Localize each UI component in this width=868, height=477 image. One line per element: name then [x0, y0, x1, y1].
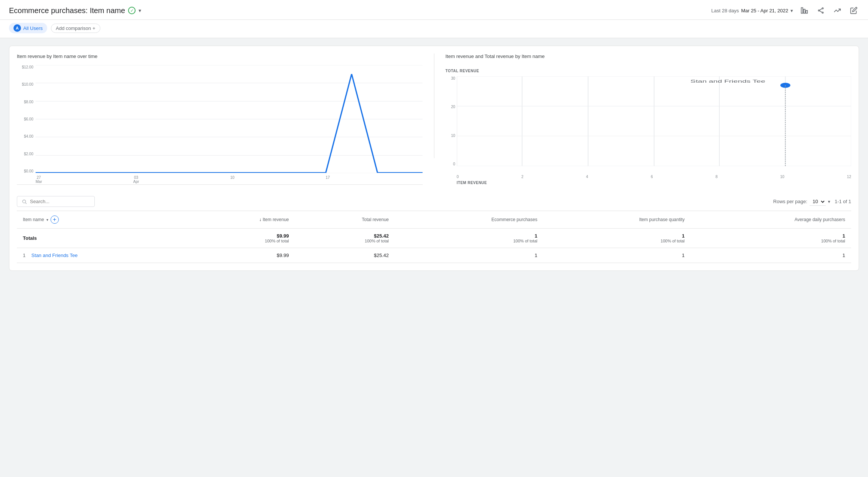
x-label-apr03: 03 Apr	[133, 175, 139, 184]
scatter-x-label-6: 6	[651, 175, 653, 179]
title-dropdown-icon[interactable]: ▾	[139, 7, 141, 13]
y-label-4: $4.00	[24, 134, 33, 138]
subheader: A All Users Add comparison +	[0, 20, 868, 38]
x-label-10: 10	[230, 175, 234, 184]
header-left: Ecommerce purchases: Item name ✓ ▾	[9, 6, 141, 15]
totals-item-purchase-qty: 1 100% of total	[543, 229, 691, 248]
table-header-row: Item name ▾ + ↓ Item revenue Total reven…	[17, 211, 851, 229]
add-comparison-label: Add comparison	[56, 25, 91, 31]
segment-chip[interactable]: A All Users	[9, 23, 47, 33]
scatter-y-label-20: 20	[451, 105, 455, 109]
search-box[interactable]	[17, 196, 95, 207]
scatter-y-label-0: 0	[453, 162, 455, 166]
edit-button[interactable]	[849, 5, 859, 16]
line-chart-container: $12.00 $10.00 $8.00 $6.00 $4.00 $2.00 $0…	[17, 65, 423, 185]
y-label-8: $8.00	[24, 100, 33, 104]
totals-label: Totals	[17, 229, 188, 248]
add-comparison-button[interactable]: Add comparison +	[51, 24, 100, 33]
page-header: Ecommerce purchases: Item name ✓ ▾ Last …	[0, 0, 868, 20]
svg-line-7	[820, 11, 822, 12]
totals-row: Totals $9.99 100% of total $25.42 100% o…	[17, 229, 851, 248]
y-label-12: $12.00	[22, 65, 33, 69]
rows-per-page: Rows per page: 10 25 50 ▾	[773, 198, 830, 206]
table-section: Rows per page: 10 25 50 ▾ 1-1 of 1	[17, 192, 851, 263]
avg-daily-purchasers-header-label: Average daily purchasers	[795, 217, 845, 222]
pagination-controls: Rows per page: 10 25 50 ▾ 1-1 of 1	[773, 198, 851, 206]
item-revenue-header-label: Item revenue	[262, 217, 289, 222]
date-range: Last 28 days Mar 25 - Apr 21, 2022 ▾	[711, 8, 793, 13]
main-content: Item revenue by Item name over time $12.…	[0, 38, 868, 278]
rows-per-page-label: Rows per page:	[773, 199, 807, 204]
totals-item-revenue: $9.99 100% of total	[188, 229, 295, 248]
col-total-revenue: Total revenue	[295, 211, 395, 229]
col-item-revenue: ↓ Item revenue	[188, 211, 295, 229]
date-range-value: Mar 25 - Apr 21, 2022	[741, 8, 788, 13]
svg-rect-0	[801, 8, 803, 13]
line-chart-section: Item revenue by Item name over time $12.…	[17, 53, 423, 185]
col-avg-daily-purchasers: Average daily purchasers	[691, 211, 851, 229]
svg-text:Stan and Friends Tee: Stan and Friends Tee	[690, 79, 765, 84]
table-row: 1 Stan and Friends Tee $9.99 $25.42 1 1 …	[17, 248, 851, 263]
total-revenue-header-label: Total revenue	[362, 217, 389, 222]
scatter-chart-title: Item revenue and Total revenue by Item n…	[446, 53, 852, 59]
col-item-purchase-qty: Item purchase quantity	[543, 211, 691, 229]
svg-rect-2	[806, 10, 807, 13]
scatter-chart-section: Item revenue and Total revenue by Item n…	[446, 53, 852, 185]
row-item-revenue: $9.99	[188, 248, 295, 263]
svg-rect-1	[804, 9, 805, 13]
row-total-revenue: $25.42	[295, 248, 395, 263]
item-name-header-label: Item name	[23, 217, 44, 222]
col-ecommerce-purchases: Ecommerce purchases	[395, 211, 543, 229]
col-item-name: Item name ▾ +	[17, 211, 188, 229]
add-comparison-icon: +	[92, 25, 95, 31]
chart-type-button[interactable]	[799, 5, 810, 16]
scatter-x-label-8: 8	[716, 175, 718, 179]
x-label-17: 17	[326, 175, 330, 184]
row-index: 1	[23, 253, 25, 258]
search-input[interactable]	[30, 199, 90, 204]
segment-label: All Users	[23, 25, 43, 31]
status-check-icon: ✓	[128, 7, 136, 14]
svg-point-3	[822, 8, 823, 9]
avatar: A	[13, 24, 21, 32]
y-label-10: $10.00	[22, 82, 33, 86]
scatter-chart-svg: Stan and Friends Tee	[457, 76, 852, 166]
row-avg-daily-purchasers: 1	[691, 248, 851, 263]
line-chart-title: Item revenue by Item name over time	[17, 53, 423, 59]
y-axis-label: TOTAL REVENUE	[446, 69, 479, 73]
search-icon	[22, 199, 27, 204]
row-ecommerce-purchases: 1	[395, 248, 543, 263]
scatter-x-label-0: 0	[457, 175, 459, 179]
scatter-chart-container: TOTAL REVENUE 30 20 10 0	[446, 65, 852, 185]
sort-down-icon: ↓	[259, 217, 261, 222]
scatter-x-label-10: 10	[780, 175, 784, 179]
sort-arrow-icon[interactable]: ▾	[46, 218, 48, 222]
main-card: Item revenue by Item name over time $12.…	[9, 46, 859, 271]
scatter-y-label-10: 10	[451, 134, 455, 138]
item-purchase-qty-header-label: Item purchase quantity	[639, 217, 685, 222]
svg-point-5	[822, 12, 823, 13]
pagination-info: 1-1 of 1	[835, 199, 851, 204]
chart-divider	[434, 53, 434, 158]
scatter-x-label-4: 4	[586, 175, 588, 179]
y-label-0: $0.00	[24, 169, 33, 173]
date-range-dropdown-icon[interactable]: ▾	[790, 8, 793, 13]
ecommerce-purchases-header-label: Ecommerce purchases	[491, 217, 537, 222]
charts-section: Item revenue by Item name over time $12.…	[17, 53, 851, 185]
add-dimension-button[interactable]: +	[51, 215, 59, 224]
page-title: Ecommerce purchases: Item name	[9, 6, 125, 15]
svg-line-29	[25, 202, 27, 204]
table-toolbar: Rows per page: 10 25 50 ▾ 1-1 of 1	[17, 192, 851, 211]
row-index-name: 1 Stan and Friends Tee	[17, 248, 188, 263]
date-range-label: Last 28 days	[711, 8, 739, 13]
rows-per-page-select[interactable]: 10 25 50	[810, 198, 826, 206]
dropdown-chevron-icon: ▾	[828, 199, 830, 204]
row-item-name[interactable]: Stan and Friends Tee	[31, 253, 78, 258]
trend-button[interactable]	[832, 5, 843, 16]
totals-ecommerce-purchases: 1 100% of total	[395, 229, 543, 248]
header-right: Last 28 days Mar 25 - Apr 21, 2022 ▾	[711, 5, 859, 16]
data-table: Item name ▾ + ↓ Item revenue Total reven…	[17, 211, 851, 263]
share-button[interactable]	[816, 5, 826, 16]
scatter-x-label-12: 12	[847, 175, 851, 179]
totals-total-revenue: $25.42 100% of total	[295, 229, 395, 248]
